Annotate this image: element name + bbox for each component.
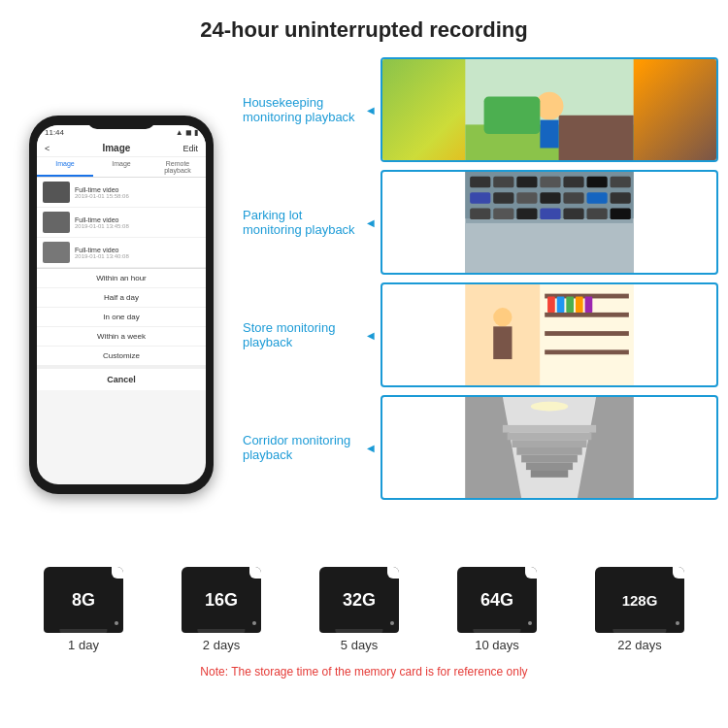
svg-rect-37 [547, 297, 555, 313]
storage-card-32g: 32G 5 days [319, 567, 399, 652]
svg-rect-26 [563, 209, 583, 220]
housekeeping-image [381, 57, 718, 162]
page-title: 24-hour uninterrupted recording [0, 0, 728, 52]
monitoring-store: Store monitoring playback [243, 282, 718, 387]
list-item: Full-time video 2019-01-01 15:58:06 [37, 178, 206, 208]
phone-time: 11:44 [45, 128, 64, 137]
svg-rect-27 [587, 209, 608, 220]
svg-rect-23 [493, 209, 513, 220]
phone-back-btn[interactable]: < [45, 144, 50, 153]
tab-remote-playback[interactable]: Remote playback [149, 157, 206, 177]
svg-rect-11 [540, 177, 560, 188]
tab-image[interactable]: Image [37, 157, 93, 177]
arrow-store [367, 330, 373, 341]
svg-rect-29 [465, 223, 633, 273]
svg-rect-34 [545, 313, 629, 317]
list-item: Full-time video 2019-01-01 13:45:08 [37, 208, 206, 238]
store-image [381, 282, 718, 387]
arrow-corridor [367, 443, 373, 453]
storage-note: Note: The storage time of the memory car… [15, 660, 713, 678]
storage-card-64g: 64G 10 days [457, 567, 537, 652]
tab-image2[interactable]: Image [93, 157, 149, 177]
svg-rect-17 [516, 192, 537, 204]
arrow-housekeeping [367, 105, 373, 116]
svg-rect-2 [559, 116, 634, 160]
svg-rect-18 [540, 192, 560, 204]
dropdown-item-hour[interactable]: Within an hour [37, 269, 206, 288]
svg-rect-5 [484, 97, 541, 135]
svg-rect-25 [540, 209, 560, 220]
svg-rect-15 [470, 192, 490, 204]
dropdown-item-oneday[interactable]: In one day [37, 308, 206, 327]
svg-rect-10 [516, 177, 537, 188]
arrow-parking [367, 217, 373, 228]
dropdown-item-customize[interactable]: Customize [37, 347, 206, 366]
svg-rect-40 [576, 297, 583, 313]
phone-mockup: 11:44 ▲ ◼ ▮ < Image Edit Image Image Rem… [10, 52, 233, 557]
svg-rect-24 [516, 209, 537, 220]
monitoring-corridor: Corridor monitoring playback [243, 395, 718, 500]
cancel-button[interactable]: Cancel [37, 366, 206, 390]
monitoring-housekeeping: Housekeeping monitoring playback [243, 57, 718, 162]
parking-image [381, 170, 718, 275]
svg-rect-9 [493, 177, 513, 188]
svg-rect-21 [611, 192, 631, 204]
phone-edit-btn[interactable]: Edit [182, 144, 198, 153]
svg-rect-49 [508, 433, 592, 441]
svg-rect-41 [585, 297, 593, 313]
svg-rect-39 [566, 297, 574, 313]
svg-point-42 [493, 308, 512, 326]
svg-rect-13 [587, 177, 608, 188]
storage-cards-row: 8G 1 day 16G 2 days 32G 5 days [15, 567, 713, 652]
svg-point-55 [531, 402, 569, 412]
svg-rect-48 [503, 425, 596, 433]
svg-rect-22 [470, 209, 490, 220]
corridor-image [381, 395, 718, 500]
svg-rect-14 [611, 177, 631, 188]
storage-card-8g: 8G 1 day [44, 567, 123, 652]
svg-rect-50 [512, 440, 586, 447]
svg-rect-51 [516, 447, 581, 455]
svg-rect-4 [540, 120, 558, 149]
svg-rect-43 [493, 326, 512, 359]
phone-icons: ▲ ◼ ▮ [176, 128, 198, 137]
svg-rect-20 [587, 192, 608, 204]
storage-card-16g: 16G 2 days [182, 567, 261, 652]
monitoring-section: Housekeeping monitoring playback [243, 52, 718, 557]
storage-card-128g: 128G 22 days [595, 567, 684, 652]
storage-section: 8G 1 day 16G 2 days 32G 5 days [0, 557, 728, 683]
svg-rect-52 [521, 455, 578, 463]
svg-rect-12 [563, 177, 583, 188]
list-item: Full-time video 2019-01-01 13:40:08 [37, 238, 206, 268]
svg-rect-36 [545, 349, 629, 354]
dropdown-item-halfday[interactable]: Half a day [37, 288, 206, 308]
dropdown-menu: Within an hour Half a day In one day Wit… [37, 268, 206, 390]
monitoring-parking: Parking lot monitoring playback [243, 170, 718, 275]
svg-rect-19 [563, 192, 583, 204]
svg-rect-16 [493, 192, 513, 204]
svg-rect-35 [545, 331, 629, 336]
dropdown-item-week[interactable]: Within a week [37, 327, 206, 347]
phone-nav-title: Image [102, 143, 130, 153]
svg-rect-53 [526, 462, 573, 470]
svg-rect-54 [531, 470, 569, 478]
svg-rect-28 [611, 209, 631, 220]
svg-rect-8 [470, 177, 490, 188]
svg-rect-38 [557, 297, 565, 313]
